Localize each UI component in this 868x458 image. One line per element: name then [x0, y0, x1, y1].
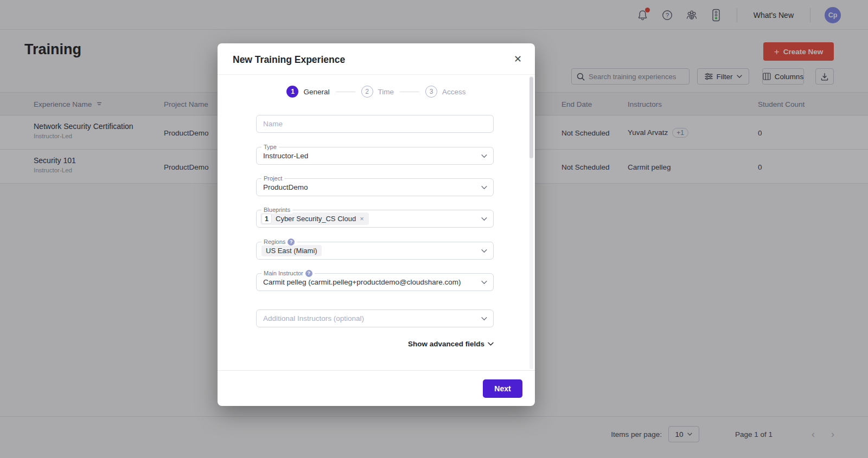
blueprint-count-badge: 1: [261, 214, 272, 224]
question-circle-icon[interactable]: ?: [288, 238, 295, 246]
chevron-down-icon: [481, 185, 487, 189]
step-number: 1: [286, 86, 298, 98]
project-label: Project: [264, 175, 282, 182]
divider: [218, 370, 535, 371]
region-chip: US East (Miami): [261, 245, 322, 256]
type-label: Type: [264, 143, 277, 151]
name-input[interactable]: [263, 120, 477, 128]
chevron-down-icon: [481, 280, 487, 284]
show-advanced-fields-toggle[interactable]: Show advanced fields: [408, 340, 494, 348]
blueprints-select[interactable]: Blueprints 1 Cyber Security_CS Cloud ×: [256, 210, 494, 228]
chevron-down-icon: [481, 217, 487, 221]
step-access[interactable]: 3 Access: [425, 86, 466, 98]
chevron-down-icon: [481, 154, 487, 158]
show-advanced-fields-label: Show advanced fields: [408, 340, 484, 348]
question-circle-icon[interactable]: ?: [305, 270, 312, 277]
blueprint-chip: 1 Cyber Security_CS Cloud ×: [260, 212, 369, 225]
modal-title: New Training Experience: [233, 54, 345, 66]
step-general[interactable]: 1 General: [286, 86, 329, 98]
step-connector: [336, 92, 355, 92]
step-connector: [400, 92, 419, 92]
remove-icon[interactable]: ×: [360, 215, 364, 223]
type-value: Instructor-Led: [263, 152, 308, 160]
blueprint-chip-label: Cyber Security_CS Cloud: [276, 215, 356, 223]
step-label: Access: [442, 88, 466, 96]
chevron-down-icon: [488, 342, 494, 346]
main-instructor-label: Main Instructor: [264, 269, 303, 277]
project-value: ProductDemo: [263, 183, 308, 191]
close-icon[interactable]: ✕: [514, 53, 522, 65]
stepper: 1 General 2 Time 3 Access: [218, 86, 535, 98]
step-time[interactable]: 2 Time: [361, 86, 394, 98]
project-select[interactable]: Project ProductDemo: [256, 178, 494, 196]
chevron-down-icon: [481, 249, 487, 253]
step-label: General: [303, 88, 329, 96]
additional-instructors-placeholder: Additional Instructors (optional): [263, 314, 364, 322]
regions-label: Regions: [264, 238, 285, 246]
main-instructor-select[interactable]: Main Instructor ? Carmit pelleg (carmit.…: [256, 273, 494, 291]
main-instructor-value: Carmit pelleg (carmit.pelleg+productdemo…: [263, 278, 461, 286]
chevron-down-icon: [481, 317, 487, 320]
regions-select[interactable]: Regions ? US East (Miami): [256, 242, 494, 260]
divider: [218, 74, 535, 75]
screen: ? What's New Cp Training + Create New: [0, 0, 868, 458]
step-number: 3: [425, 86, 437, 98]
modal-scrollbar[interactable]: [529, 76, 533, 369]
type-select[interactable]: Type Instructor-Led: [256, 147, 494, 165]
advanced-fields-row: Show advanced fields: [256, 339, 494, 349]
step-number: 2: [361, 86, 373, 98]
next-button[interactable]: Next: [483, 379, 522, 398]
additional-instructors-select[interactable]: Additional Instructors (optional): [256, 309, 494, 327]
step-label: Time: [378, 88, 394, 96]
name-field[interactable]: [256, 115, 494, 133]
new-training-experience-modal: New Training Experience ✕ 1 General 2 Ti…: [218, 43, 535, 406]
modal-scrollbar-thumb[interactable]: [529, 77, 533, 158]
blueprints-label: Blueprints: [264, 206, 290, 214]
